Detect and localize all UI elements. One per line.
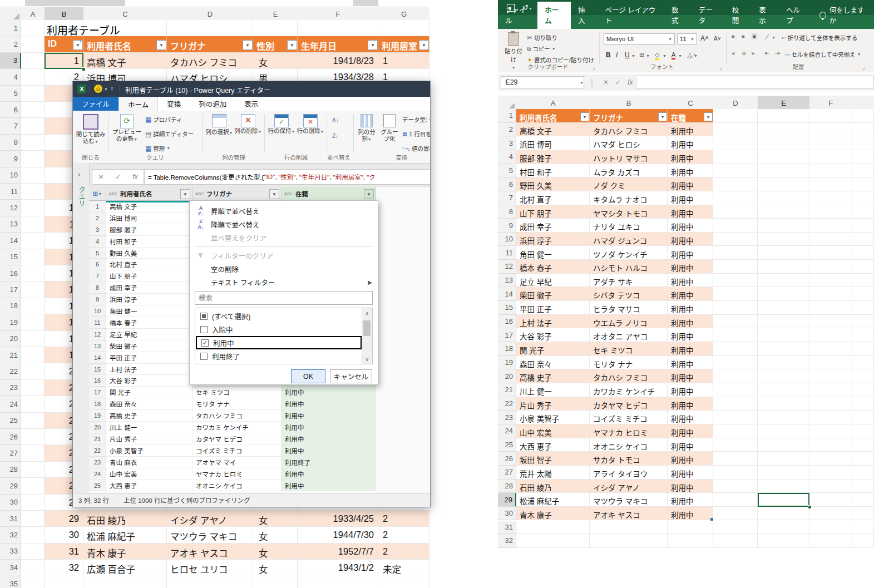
cell-G22[interactable] [852, 397, 874, 411]
cell-E3[interactable] [758, 136, 809, 150]
pq-tab-home[interactable]: ホーム [118, 97, 158, 111]
filter-button-利用居室[interactable]: ▼ [419, 40, 429, 50]
cell-G18[interactable] [852, 342, 874, 356]
row-header-9[interactable]: 9 [498, 219, 516, 233]
row-header-14[interactable]: 14 [498, 287, 516, 301]
pq-col-header-在籍[interactable]: ABC在籍▼ [282, 187, 376, 201]
cell-A33[interactable] [21, 543, 45, 560]
bold-icon[interactable]: B [606, 51, 611, 59]
cell-A3[interactable] [21, 53, 45, 69]
cell-F15[interactable] [809, 301, 852, 315]
align-center-icon[interactable]: ≋ [742, 50, 746, 56]
phonetic-guide-icon[interactable]: ふ́ [687, 51, 693, 60]
cell-G20[interactable] [852, 369, 874, 383]
row-header-26[interactable]: 26 [0, 429, 21, 445]
cell-A34[interactable] [21, 560, 45, 576]
pq-row-number[interactable]: 6 [89, 259, 106, 271]
row-header-16[interactable]: 16 [498, 315, 516, 329]
cell-C31[interactable] [668, 521, 713, 535]
cell-E8[interactable] [758, 205, 809, 219]
cell-G4[interactable] [852, 150, 874, 164]
queries-pane[interactable]: › クエリ [73, 163, 90, 493]
cell-E32[interactable] [758, 534, 809, 548]
pq-name-cell[interactable]: 高橋 史子 [106, 410, 192, 422]
cell-D23[interactable] [713, 411, 758, 424]
ribbon-tab-ホーム[interactable]: ホーム [537, 2, 571, 29]
pq-name-cell[interactable]: 平田 正子 [106, 352, 192, 364]
row-header-21[interactable]: 21 [0, 347, 21, 363]
pq-row-number[interactable]: 23 [89, 457, 106, 468]
cell-F29[interactable] [809, 493, 852, 507]
col-header-E[interactable]: E [253, 7, 298, 21]
row-header-17[interactable]: 17 [0, 281, 21, 298]
pq-row-number[interactable]: 11 [89, 317, 106, 329]
cell-G7[interactable] [852, 191, 874, 205]
cell-A29[interactable] [21, 478, 45, 494]
cell-D18[interactable] [713, 342, 758, 356]
cell-D1[interactable] [167, 20, 253, 36]
cell-C35[interactable] [83, 576, 167, 588]
row-header-23[interactable]: 23 [0, 380, 21, 396]
ribbon-tab-表示[interactable]: 表示 [752, 2, 779, 29]
row-header-29[interactable]: 29 [498, 493, 516, 507]
row-header-6[interactable]: 6 [498, 177, 516, 191]
row-header-28[interactable]: 28 [498, 480, 516, 493]
cell-D30[interactable] [713, 507, 758, 521]
cell-A1[interactable] [21, 20, 45, 36]
select-all-corner[interactable] [498, 96, 517, 110]
wrap-text-button[interactable]: ↩折り返して全体を表示する [782, 33, 857, 42]
cell-A13[interactable] [21, 216, 45, 233]
cell-E15[interactable] [758, 301, 809, 315]
row-header-27[interactable]: 27 [498, 466, 516, 480]
pq-kana-cell[interactable]: モリタ ナナ [192, 398, 282, 410]
pq-name-cell[interactable]: 山下 朋子 [106, 270, 192, 282]
row-header-19[interactable]: 19 [498, 356, 516, 370]
smiley-feedback-icon[interactable]: ☺ [94, 85, 102, 93]
decrease-font-icon[interactable]: A˅ [714, 36, 721, 42]
data-type-button[interactable]: データ型: テキスト▼ [402, 115, 431, 123]
scroll-up-icon[interactable]: ∧ [362, 308, 372, 318]
cell-E21[interactable] [758, 383, 809, 397]
row-header-18[interactable]: 18 [0, 298, 21, 314]
cell-F25[interactable] [809, 438, 852, 452]
cell-F8[interactable] [809, 205, 852, 219]
cell-G5[interactable] [852, 164, 874, 178]
cell-D31[interactable] [713, 521, 758, 535]
row-header-29[interactable]: 29 [0, 478, 21, 494]
group-by-button[interactable]: グループ化 [379, 114, 400, 142]
cell-F16[interactable] [809, 315, 852, 329]
ribbon-tab-挿入[interactable]: 挿入 [571, 2, 598, 29]
pq-row-number[interactable]: 22 [89, 445, 106, 457]
refresh-preview-button[interactable]: ⟳ プレビューの更新▼ [111, 114, 143, 142]
cell-D28[interactable] [713, 480, 758, 493]
underline-icon[interactable]: U [625, 51, 630, 59]
row-header-10[interactable]: 10 [498, 233, 516, 246]
cell-G32[interactable] [852, 534, 874, 548]
row-header-14[interactable]: 14 [0, 233, 21, 249]
cell-F20[interactable] [809, 369, 852, 383]
cell-E20[interactable] [758, 369, 809, 383]
cell-E22[interactable] [758, 397, 809, 411]
cell-A15[interactable] [21, 249, 45, 265]
pq-tab-file[interactable]: ファイル [73, 97, 118, 111]
filter-search-box[interactable] [195, 291, 373, 305]
row-header-13[interactable]: 13 [498, 274, 516, 288]
manage-button[interactable]: ▦管理▼ [145, 144, 170, 152]
pq-kana-cell[interactable]: コイズミ ミチコ [192, 445, 282, 457]
increase-font-icon[interactable]: A˄ [700, 34, 709, 42]
row-header-1[interactable]: 1 [0, 20, 21, 36]
pq-kana-cell[interactable]: セキ ミツコ [192, 387, 282, 398]
pq-tab-view[interactable]: 表示 [235, 97, 267, 111]
list-scrollbar[interactable]: ∧∨ [362, 308, 372, 364]
pq-formula-buttons[interactable]: ✕ ✓ fx [92, 169, 144, 185]
cell-A8[interactable] [21, 135, 45, 151]
cell-G23[interactable] [852, 411, 874, 424]
cell-D12[interactable] [713, 260, 758, 274]
cell-E13[interactable] [758, 274, 809, 288]
cell-G1[interactable] [378, 20, 429, 36]
cell-F18[interactable] [809, 342, 852, 356]
row-header-11[interactable]: 11 [498, 246, 516, 260]
cell-G14[interactable] [852, 287, 874, 301]
col-header-G[interactable]: G [378, 7, 429, 21]
col-header-A[interactable]: A [516, 96, 590, 110]
